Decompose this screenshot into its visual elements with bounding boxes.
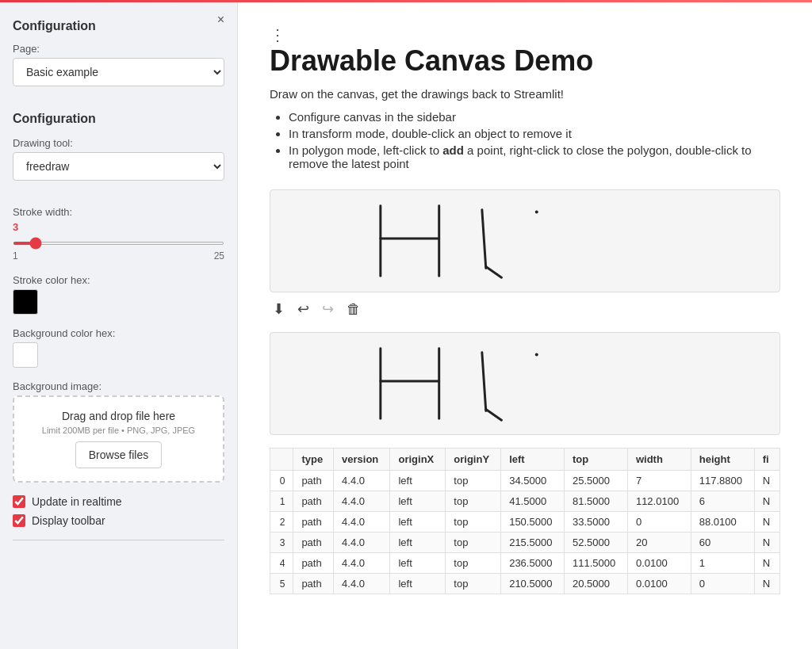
- cell-fi: N: [754, 553, 779, 574]
- browse-files-button[interactable]: Browse files: [75, 441, 162, 468]
- cell-width: 112.0100: [627, 491, 691, 512]
- cell-originy: top: [446, 553, 501, 574]
- page-description: Draw on the canvas, get the drawings bac…: [270, 87, 780, 101]
- cell-index: 5: [270, 574, 293, 594]
- cell-version: 4.4.0: [334, 574, 390, 594]
- table-row: 1 path 4.4.0 left top 41.5000 81.5000 11…: [270, 491, 780, 512]
- cell-type: path: [293, 512, 334, 533]
- drawing-canvas[interactable]: [270, 189, 780, 292]
- update-realtime-label: Update in realtime: [32, 495, 122, 508]
- table-row: 5 path 4.4.0 left top 210.5000 20.5000 0…: [270, 574, 780, 594]
- col-header-originy: originY: [446, 449, 501, 471]
- stroke-width-slider[interactable]: [13, 242, 224, 245]
- cell-height: 1: [691, 553, 754, 574]
- undo-icon: ↩: [297, 301, 309, 317]
- cell-originy: top: [446, 574, 501, 594]
- col-header-width: width: [627, 449, 691, 471]
- canvas-toolbar: ⬇ ↩ ↪ 🗑: [270, 299, 780, 319]
- cell-height: 88.0100: [691, 512, 754, 533]
- download-button[interactable]: ⬇: [270, 299, 288, 319]
- cell-fi: N: [754, 512, 779, 533]
- sidebar-divider: [13, 540, 224, 540]
- cell-index: 3: [270, 533, 293, 553]
- table-row: 2 path 4.4.0 left top 150.5000 33.5000 0…: [270, 512, 780, 533]
- update-realtime-checkbox[interactable]: [13, 495, 25, 508]
- config-section-title: Configuration: [13, 112, 224, 126]
- cell-version: 4.4.0: [334, 533, 390, 553]
- cell-left: 236.5000: [501, 553, 565, 574]
- col-header-top: top: [565, 449, 628, 471]
- drawing-tool-label: Drawing tool:: [13, 137, 224, 149]
- table-row: 3 path 4.4.0 left top 215.5000 52.5000 2…: [270, 533, 780, 553]
- cell-originy: top: [446, 491, 501, 512]
- cell-fi: N: [754, 533, 779, 553]
- cell-version: 4.4.0: [334, 512, 390, 533]
- bg-image-label: Background image:: [13, 380, 224, 392]
- cell-height: 6: [691, 491, 754, 512]
- stroke-width-value: 3: [13, 221, 224, 233]
- more-options-icon: ⋮: [270, 26, 285, 44]
- bg-color-label: Background color hex:: [13, 327, 224, 339]
- col-header-left: left: [501, 449, 565, 471]
- cell-height: 117.8800: [691, 471, 754, 491]
- bullet-2: In transform mode, double-click an objec…: [289, 127, 780, 140]
- sidebar: × Configuration Page: Basic example Conf…: [0, 0, 238, 649]
- undo-button[interactable]: ↩: [294, 299, 312, 319]
- more-options-button[interactable]: ⋮: [270, 25, 285, 44]
- col-header-fi: fi: [754, 449, 779, 471]
- cell-height: 0: [691, 574, 754, 594]
- cell-version: 4.4.0: [334, 553, 390, 574]
- cell-top: 81.5000: [565, 491, 628, 512]
- cell-width: 0.0100: [627, 553, 691, 574]
- cell-index: 2: [270, 512, 293, 533]
- download-icon: ⬇: [273, 301, 285, 317]
- cell-originy: top: [446, 533, 501, 553]
- main-content: ⋮ Drawable Canvas Demo Draw on the canva…: [238, 0, 812, 649]
- bullet-1: Configure canvas in the sidebar: [289, 110, 780, 124]
- trash-button[interactable]: 🗑: [343, 300, 364, 319]
- stroke-color-label: Stroke color hex:: [13, 274, 224, 286]
- cell-index: 4: [270, 553, 293, 574]
- cell-version: 4.4.0: [334, 471, 390, 491]
- cell-height: 60: [691, 533, 754, 553]
- sidebar-page-title: Configuration: [13, 19, 224, 33]
- col-header-index: [270, 449, 293, 471]
- stroke-width-min: 1: [13, 250, 18, 262]
- stroke-color-swatch[interactable]: [13, 289, 38, 315]
- cell-top: 111.5000: [565, 553, 628, 574]
- bg-color-swatch[interactable]: [13, 342, 38, 368]
- close-sidebar-button[interactable]: ×: [214, 10, 228, 30]
- table-row: 0 path 4.4.0 left top 34.5000 25.5000 7 …: [270, 471, 780, 491]
- cell-originy: top: [446, 471, 501, 491]
- cell-top: 20.5000: [565, 574, 628, 594]
- cell-top: 52.5000: [565, 533, 628, 553]
- display-toolbar-label: Display toolbar: [32, 514, 105, 527]
- page-select[interactable]: Basic example: [13, 58, 224, 86]
- cell-fi: N: [754, 491, 779, 512]
- cell-width: 20: [627, 533, 691, 553]
- cell-originx: left: [390, 533, 446, 553]
- cell-originy: top: [446, 512, 501, 533]
- display-toolbar-checkbox[interactable]: [13, 514, 25, 527]
- file-upload-area: Drag and drop file here Limit 200MB per …: [13, 395, 224, 483]
- cell-version: 4.4.0: [334, 491, 390, 512]
- cell-type: path: [293, 574, 334, 594]
- trash-icon: 🗑: [347, 301, 361, 317]
- cell-originx: left: [390, 574, 446, 594]
- table-row: 4 path 4.4.0 left top 236.5000 111.5000 …: [270, 553, 780, 574]
- cell-left: 41.5000: [501, 491, 565, 512]
- cell-left: 215.5000: [501, 533, 565, 553]
- file-upload-limit-text: Limit 200MB per file • PNG, JPG, JPEG: [27, 426, 210, 435]
- preview-svg: [270, 333, 779, 434]
- col-header-originx: originX: [390, 449, 446, 471]
- redo-button[interactable]: ↪: [319, 299, 337, 319]
- cell-type: path: [293, 533, 334, 553]
- cell-index: 1: [270, 491, 293, 512]
- stroke-width-label: Stroke width:: [13, 206, 224, 218]
- cell-type: path: [293, 491, 334, 512]
- cell-left: 150.5000: [501, 512, 565, 533]
- cell-left: 210.5000: [501, 574, 565, 594]
- drawing-tool-select[interactable]: freedraw line rect circle transform poly…: [13, 152, 224, 181]
- update-realtime-row: Update in realtime: [13, 495, 224, 508]
- cell-width: 7: [627, 471, 691, 491]
